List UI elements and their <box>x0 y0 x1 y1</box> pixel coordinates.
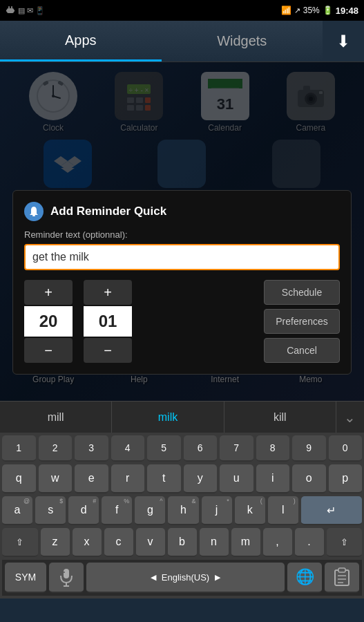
suggestion-center[interactable]: milk <box>112 402 224 433</box>
key-k[interactable]: (k <box>235 496 265 525</box>
key-s[interactable]: $s <box>35 496 66 525</box>
clipboard-icon <box>334 567 350 587</box>
status-bar: ▤ ✉ 📱 📶 ↗ 35% 🔋 19:48 <box>0 0 364 21</box>
chevron-down-icon: ⌄ <box>344 409 356 426</box>
suggestion-right[interactable]: kill <box>224 402 336 433</box>
bottom-toolbar: SYM ◀ English(US) ▶ 🌐 <box>2 560 362 596</box>
key-9[interactable]: 9 <box>292 435 326 462</box>
key-f[interactable]: %f <box>102 496 132 525</box>
hour-increment[interactable]: + <box>24 280 73 305</box>
svg-rect-3 <box>8 6 10 8</box>
key-y[interactable]: y <box>184 464 218 493</box>
modal-header: Add Reminder Quick <box>24 202 340 221</box>
key-comma[interactable]: , <box>263 528 292 557</box>
hour-decrement[interactable]: − <box>24 338 73 363</box>
svg-rect-59 <box>64 569 69 578</box>
shift-key[interactable]: ⇧ <box>2 528 38 557</box>
tab-widgets[interactable]: Widgets <box>162 21 323 62</box>
key-g[interactable]: ^g <box>135 496 165 525</box>
schedule-button[interactable]: Schedule <box>264 280 340 305</box>
key-p[interactable]: p <box>329 464 363 493</box>
number-row: 1 2 3 4 5 6 7 8 9 0 <box>2 435 362 462</box>
status-icons-left: ▤ ✉ 📱 <box>6 6 45 15</box>
svg-rect-35 <box>32 215 35 216</box>
key-c[interactable]: c <box>104 528 133 557</box>
svg-rect-62 <box>64 572 65 573</box>
clipboard-key[interactable] <box>325 563 359 593</box>
svg-rect-0 <box>7 8 14 13</box>
reminder-label: Reminder text (optionnal): <box>24 229 340 240</box>
enter-key[interactable]: ↵ <box>301 496 362 525</box>
app-grid: Clock ÷ + - × Calculator <box>0 62 364 401</box>
svg-rect-1 <box>6 10 8 12</box>
key-n[interactable]: n <box>200 528 229 557</box>
key-w[interactable]: w <box>39 464 73 493</box>
globe-key[interactable]: 🌐 <box>287 563 322 593</box>
key-u[interactable]: u <box>220 464 253 493</box>
suggestions-expand[interactable]: ⌄ <box>336 409 364 426</box>
shift-key-right[interactable]: ⇧ <box>327 528 363 557</box>
minute-decrement[interactable]: − <box>84 338 132 363</box>
keyboard: 1 2 3 4 5 6 7 8 9 0 q w e r t y u i o p … <box>0 433 364 599</box>
sym-key[interactable]: SYM <box>5 563 46 593</box>
key-z[interactable]: z <box>41 528 70 557</box>
modal-title: Add Reminder Quick <box>50 205 166 218</box>
key-a[interactable]: @a <box>2 496 32 525</box>
cancel-button[interactable]: Cancel <box>264 338 340 363</box>
key-d[interactable]: #d <box>68 496 99 525</box>
key-6[interactable]: 6 <box>184 435 218 462</box>
hour-value: 20 <box>24 306 73 337</box>
key-h[interactable]: &h <box>168 496 198 525</box>
key-l[interactable]: )l <box>268 496 298 525</box>
key-3[interactable]: 3 <box>75 435 108 462</box>
status-icons-right: 📶 ↗ 35% 🔋 19:48 <box>281 6 358 16</box>
android-icon <box>6 6 15 15</box>
preferences-button[interactable]: Preferences <box>264 309 340 334</box>
key-4[interactable]: 4 <box>111 435 145 462</box>
key-b[interactable]: b <box>168 528 197 557</box>
reminder-text-input[interactable] <box>24 244 340 270</box>
qwerty-row: q w e r t y u i o p <box>2 464 362 493</box>
signal-icon: ↗ <box>294 6 300 15</box>
suggestion-left[interactable]: mill <box>0 402 112 433</box>
key-0[interactable]: 0 <box>329 435 363 462</box>
key-x[interactable]: x <box>73 528 102 557</box>
key-q[interactable]: q <box>2 464 36 493</box>
key-period[interactable]: . <box>295 528 324 557</box>
globe-icon: 🌐 <box>296 568 314 586</box>
mic-icon <box>59 567 74 587</box>
key-5[interactable]: 5 <box>147 435 181 462</box>
key-2[interactable]: 2 <box>39 435 73 462</box>
battery-icon: 🔋 <box>323 6 333 15</box>
key-o[interactable]: o <box>292 464 326 493</box>
key-j[interactable]: *j <box>202 496 232 525</box>
key-v[interactable]: v <box>136 528 165 557</box>
hour-spinner: + 20 − <box>24 280 73 363</box>
key-7[interactable]: 7 <box>220 435 253 462</box>
modal-action-buttons: Schedule Preferences Cancel <box>264 280 340 363</box>
other-status-icon: ▤ ✉ 📱 <box>18 6 45 15</box>
asdf-row: @a $s #d %f ^g &h *j (k )l ↵ <box>2 496 362 525</box>
key-i[interactable]: i <box>256 464 290 493</box>
svg-rect-2 <box>13 10 15 12</box>
key-8[interactable]: 8 <box>256 435 290 462</box>
svg-rect-64 <box>338 568 345 572</box>
key-r[interactable]: r <box>111 464 145 493</box>
minute-increment[interactable]: + <box>84 280 132 305</box>
key-1[interactable]: 1 <box>2 435 36 462</box>
zxcv-row: ⇧ z x c v b n m , . ⇧ <box>2 528 362 557</box>
wifi-icon: 📶 <box>281 6 291 15</box>
tab-apps[interactable]: Apps <box>0 21 162 62</box>
minute-spinner: + 01 − <box>84 280 132 363</box>
battery-text: 35% <box>303 6 320 15</box>
svg-rect-4 <box>11 6 12 8</box>
download-icon: ⬇ <box>336 32 350 51</box>
minute-value: 01 <box>84 306 132 337</box>
mic-key[interactable] <box>49 563 84 593</box>
bell-icon <box>24 202 44 221</box>
key-e[interactable]: e <box>75 464 108 493</box>
key-t[interactable]: t <box>147 464 181 493</box>
space-key[interactable]: ◀ English(US) ▶ <box>86 563 285 593</box>
download-button[interactable]: ⬇ <box>323 21 364 62</box>
key-m[interactable]: m <box>231 528 260 557</box>
